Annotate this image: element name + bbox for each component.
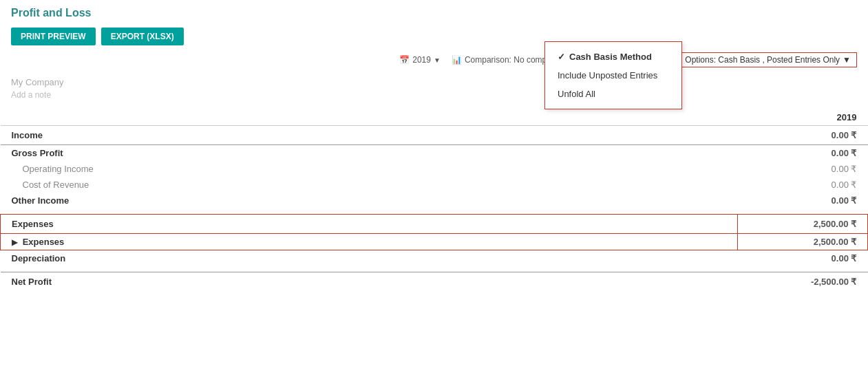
table-header-row: 2019 [1, 109, 868, 126]
export-button[interactable]: EXPORT (XLSX) [101, 28, 184, 45]
spacer-row-1 [1, 208, 868, 215]
net-profit-row: Net Profit -2,500.00 ₹ [1, 272, 868, 292]
options-button[interactable]: ▼ Options: Cash Basis , Posted Entries O… [668, 52, 857, 67]
add-note[interactable]: Add a note [11, 87, 857, 100]
year-header: 2019 [738, 109, 868, 126]
spacer-row-2 [1, 266, 868, 272]
report-table: 2019 Income 0.00 ₹ Gross Profit 0.00 ₹ O… [0, 109, 868, 291]
company-area: My Company Add a note [0, 70, 868, 103]
options-dropdown: ✓ Cash Basis Method Include Unposted Ent… [544, 41, 682, 109]
cash-basis-method-item[interactable]: ✓ Cash Basis Method [545, 47, 681, 66]
chart-icon: 📊 [452, 55, 462, 65]
expenses-section-row: Expenses 2,500.00 ₹ [1, 215, 868, 234]
expenses-sub-row: ▶ Expenses 2,500.00 ₹ [1, 234, 868, 250]
page: Profit and Loss PRINT PREVIEW EXPORT (XL… [0, 0, 868, 366]
other-income-row: Other Income 0.00 ₹ [1, 193, 868, 208]
gross-profit-row: Gross Profit 0.00 ₹ [1, 145, 868, 162]
print-preview-button[interactable]: PRINT PREVIEW [11, 28, 96, 45]
year-caret-icon: ▼ [434, 56, 441, 64]
calendar-icon: 📅 [399, 55, 410, 65]
income-section-row: Income 0.00 ₹ [1, 126, 868, 145]
toolbar: PRINT PREVIEW EXPORT (XLSX) [0, 23, 868, 50]
label-header [1, 109, 738, 126]
cost-of-revenue-row: Cost of Revenue 0.00 ₹ [1, 177, 868, 193]
expand-icon: ▶ [12, 238, 17, 246]
unfold-all-item[interactable]: Unfold All [545, 85, 681, 103]
filter-bar: 📅 2019 ▼ 📊 Comparison: No comparison ▼ 📋… [0, 50, 868, 70]
year-filter[interactable]: 📅 2019 ▼ [399, 55, 441, 65]
operating-income-row: Operating Income 0.00 ₹ [1, 161, 868, 177]
include-unposted-item[interactable]: Include Unposted Entries [545, 66, 681, 85]
company-name: My Company [11, 77, 857, 87]
depreciation-row: Depreciation 0.00 ₹ [1, 250, 868, 267]
page-title: Profit and Loss [0, 0, 868, 23]
options-caret-icon: ▼ [843, 55, 851, 65]
check-icon: ✓ [558, 52, 565, 62]
